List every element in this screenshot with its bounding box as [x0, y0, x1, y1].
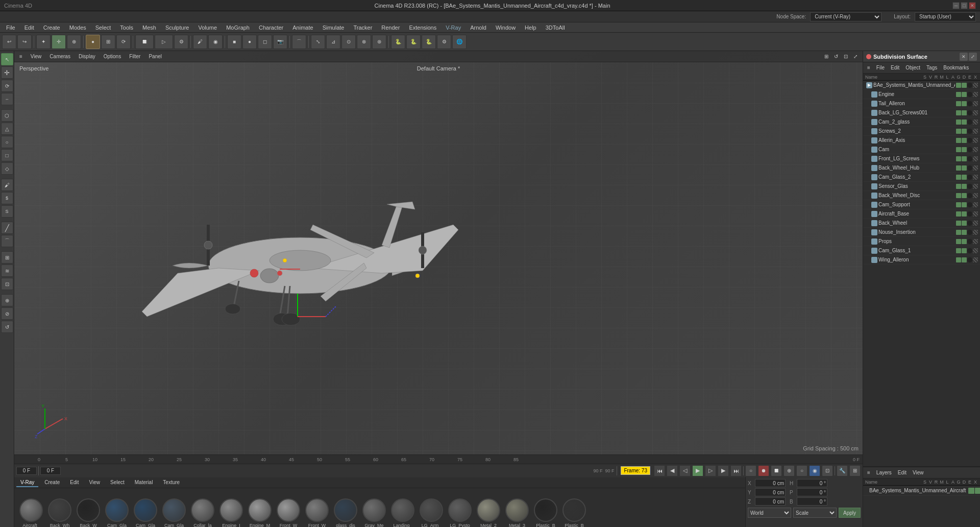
sphere-tool[interactable]: ● — [242, 35, 257, 49]
tab-vray[interactable]: V-Ray — [16, 478, 38, 487]
scale-dropdown[interactable]: Scale — [793, 508, 837, 518]
material-item[interactable]: LG_Pysto — [447, 498, 473, 527]
material-item[interactable]: Plastic_B — [561, 498, 587, 527]
y-input[interactable] — [755, 488, 786, 496]
menu-extensions[interactable]: Extensions — [405, 23, 440, 32]
sculpt-tool[interactable]: ◉ — [208, 35, 223, 49]
obj-menu-bookmarks[interactable]: Bookmarks — [941, 65, 971, 70]
render-settings[interactable]: ⚙ — [174, 35, 188, 49]
h-input[interactable] — [797, 479, 827, 487]
x-input[interactable] — [755, 479, 786, 487]
settings-tool[interactable]: ⚙ — [437, 35, 451, 49]
mode-world[interactable]: ⟳ — [116, 35, 131, 49]
vp-options-btn[interactable]: Options — [102, 54, 123, 59]
tag1-tool[interactable]: 🐍 — [391, 35, 405, 49]
vp-icon1[interactable]: ⊞ — [822, 54, 830, 59]
play-btn[interactable]: ▶ — [692, 465, 703, 476]
object-row[interactable]: Cam_Support — [863, 200, 980, 209]
rotate-tool-btn[interactable]: ⟳ — [1, 80, 13, 92]
redo-button[interactable]: ↪ — [17, 35, 32, 49]
object-row[interactable]: Back_Wheel_Disc — [863, 191, 980, 200]
menu-character[interactable]: Character — [255, 23, 287, 32]
square-btn[interactable]: □ — [1, 149, 13, 161]
material-item[interactable]: Landing_ — [390, 498, 415, 527]
render-view[interactable]: 🔲 — [135, 35, 154, 49]
vp-display-btn[interactable]: Display — [77, 54, 97, 59]
obj-menu-object[interactable]: Object — [903, 65, 922, 70]
object-row[interactable]: Back_LG_Screws001 — [863, 108, 980, 117]
line-btn[interactable]: ╱ — [1, 222, 13, 234]
triangle-btn[interactable]: △ — [1, 123, 13, 135]
viewport[interactable]: ≡ View Cameras Display Options Filter Pa… — [14, 51, 863, 454]
vp-icon2[interactable]: ↺ — [832, 54, 840, 59]
menu-vray[interactable]: V-Ray — [442, 23, 465, 32]
menu-animate[interactable]: Animate — [288, 23, 317, 32]
material-item[interactable]: Back_W — [76, 498, 101, 527]
material-item[interactable]: LG_Arm_ — [419, 498, 444, 527]
arc-btn[interactable]: ⌒ — [1, 235, 13, 247]
object-row[interactable]: Sensor_Glas — [863, 182, 980, 191]
tab-select[interactable]: Select — [106, 478, 129, 487]
layout-dropdown[interactable]: Startup (User) — [915, 12, 976, 21]
menu-mograph[interactable]: MoGraph — [222, 23, 254, 32]
p-input[interactable] — [797, 488, 827, 496]
material-item[interactable]: Cam_Gla — [133, 498, 158, 527]
vr-btn7[interactable]: ⊡ — [822, 465, 833, 476]
move-tool[interactable]: ⊕ — [67, 35, 81, 49]
material-item[interactable]: Engine_I — [218, 498, 244, 527]
boole-tool[interactable]: ⊙ — [341, 35, 356, 49]
apply-button[interactable]: Apply — [839, 508, 861, 518]
vr-btn5[interactable]: ○ — [796, 465, 807, 476]
vr-btn3[interactable]: 🔲 — [771, 465, 782, 476]
undo-button[interactable]: ↩ — [2, 35, 16, 49]
object-row[interactable]: ▶BAe_Systems_Mantis_Unmanned_Aircraft — [863, 81, 980, 90]
object-row[interactable]: Allerin_Axis — [863, 136, 980, 145]
field-tool[interactable]: ⊛ — [372, 35, 386, 49]
tab-view[interactable]: View — [85, 478, 104, 487]
nurbs-tool[interactable]: ⊿ — [326, 35, 340, 49]
brush-btn[interactable]: 🖌 — [1, 179, 13, 191]
vr-btn6[interactable]: ◉ — [809, 465, 820, 476]
vr-btn2[interactable]: ⏺ — [758, 465, 769, 476]
vp-cameras-btn[interactable]: Cameras — [47, 54, 72, 59]
subdiv-expand-icon[interactable]: ⤢ — [969, 53, 977, 61]
menu-arnold[interactable]: Arnold — [466, 23, 491, 32]
close-button[interactable]: ✕ — [969, 2, 976, 9]
object-row[interactable]: Cam_Glass_1 — [863, 246, 980, 255]
cube-tool[interactable]: ■ — [227, 35, 241, 49]
diamond-btn[interactable]: ◇ — [1, 162, 13, 175]
object-row[interactable]: Front_LG_Screws — [863, 154, 980, 163]
goto-start-btn[interactable]: ⏮ — [654, 465, 665, 476]
s-btn[interactable]: S — [1, 205, 13, 218]
menu-tracker[interactable]: Tracker — [349, 23, 376, 32]
menu-volume[interactable]: Volume — [194, 23, 221, 32]
material-item[interactable]: glass_dis — [333, 498, 358, 527]
object-row[interactable]: Cam — [863, 145, 980, 154]
object-row[interactable]: Props — [863, 237, 980, 246]
vp-filter-btn[interactable]: Filter — [127, 54, 142, 59]
layer-row-main[interactable]: BAe_Systems_Mantis_Unmanned_Aircraft — [863, 486, 980, 496]
mode-model[interactable]: ● — [86, 35, 100, 49]
key-btn2[interactable]: ⊞ — [849, 465, 861, 476]
tag2-tool[interactable]: 🐍 — [406, 35, 421, 49]
object-row[interactable]: Engine — [863, 90, 980, 99]
new-button[interactable]: ✦ — [36, 35, 51, 49]
deform-tool[interactable]: ⤡ — [311, 35, 325, 49]
object-row[interactable]: Cam_2_glass — [863, 117, 980, 127]
object-row[interactable]: Nouse_Insertion — [863, 228, 980, 237]
vp-icon3[interactable]: ⊡ — [842, 54, 850, 59]
menu-sculpture[interactable]: Sculpture — [161, 23, 193, 32]
render-anim[interactable]: ▷ — [155, 35, 173, 49]
obj-menu-file[interactable]: File — [874, 65, 887, 70]
object-row[interactable]: Tail_Alleron — [863, 99, 980, 108]
obj-menu-edit[interactable]: Edit — [889, 65, 901, 70]
object-row[interactable]: Back_Wheel — [863, 219, 980, 228]
layers-menu-icon[interactable]: ≡ — [865, 470, 872, 475]
object-row[interactable]: Wing_Alleron — [863, 255, 980, 265]
tab-texture[interactable]: Texture — [159, 478, 184, 487]
menu-file[interactable]: File — [2, 23, 19, 32]
b-input[interactable] — [797, 497, 827, 506]
tab-material[interactable]: Material — [131, 478, 157, 487]
grid-btn[interactable]: ⊡ — [1, 278, 13, 290]
menu-3dtoall[interactable]: 3DToAll — [542, 23, 569, 32]
